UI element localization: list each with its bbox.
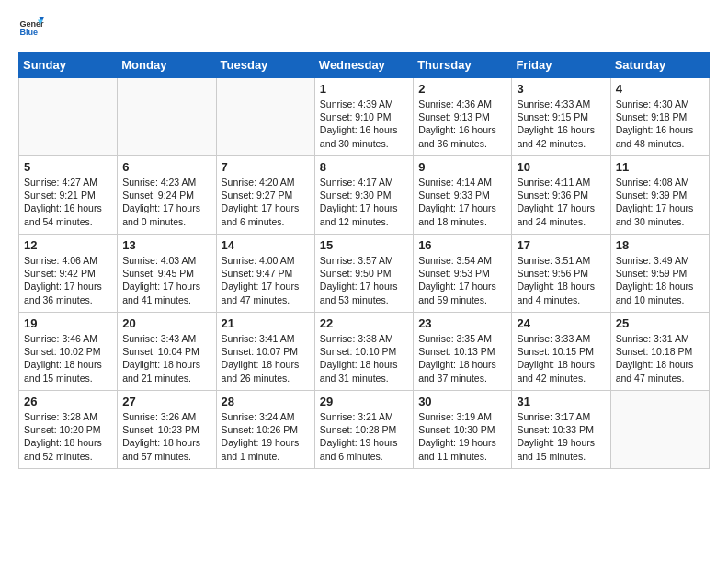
col-wednesday: Wednesday [314, 52, 413, 78]
cell-info-line: Sunrise: 3:57 AM [320, 255, 393, 266]
cell-content: Sunrise: 4:23 AMSunset: 9:24 PMDaylight:… [122, 176, 210, 228]
cell-info-line: Daylight: 18 hours [320, 359, 398, 370]
day-number: 9 [418, 160, 506, 174]
calendar-cell: 14Sunrise: 4:00 AMSunset: 9:47 PMDayligh… [216, 235, 314, 313]
day-number: 31 [517, 395, 605, 408]
calendar-cell [19, 78, 118, 156]
cell-info-line: and 12 minutes. [320, 216, 389, 227]
cell-info-line: Sunset: 9:39 PM [616, 190, 688, 201]
cell-info-line: Sunset: 9:18 PM [616, 111, 688, 122]
cell-content: Sunrise: 4:27 AMSunset: 9:21 PMDaylight:… [24, 176, 112, 228]
calendar-cell: 3Sunrise: 4:33 AMSunset: 9:15 PMDaylight… [512, 78, 610, 156]
cell-info-line: Sunset: 9:24 PM [122, 190, 194, 201]
calendar-cell [610, 391, 709, 469]
cell-info-line: Sunset: 9:30 PM [320, 190, 392, 201]
calendar-week-5: 26Sunrise: 3:28 AMSunset: 10:20 PMDaylig… [19, 391, 710, 469]
calendar-cell: 13Sunrise: 4:03 AMSunset: 9:45 PMDayligh… [118, 235, 216, 313]
cell-info-line: and 37 minutes. [418, 373, 487, 384]
cell-info-line: Sunrise: 4:36 AM [418, 98, 492, 109]
day-number: 8 [320, 160, 408, 174]
cell-info-line: and 42 minutes. [517, 373, 586, 384]
calendar-cell: 12Sunrise: 4:06 AMSunset: 9:42 PMDayligh… [19, 235, 118, 313]
calendar-cell: 27Sunrise: 3:26 AMSunset: 10:23 PMDaylig… [118, 391, 216, 469]
cell-info-line: Daylight: 16 hours [517, 124, 595, 135]
cell-info-line: Sunset: 9:21 PM [24, 190, 96, 201]
cell-info-line: Sunset: 10:18 PM [616, 346, 692, 357]
day-number: 30 [418, 395, 506, 408]
page: General Blue Sunday Monday Tuesday Wedne… [0, 0, 728, 488]
cell-info-line: Sunrise: 3:51 AM [517, 255, 590, 266]
calendar-cell: 2Sunrise: 4:36 AMSunset: 9:13 PMDaylight… [414, 78, 512, 156]
cell-info-line: and 11 minutes. [418, 451, 487, 462]
cell-info-line: and 21 minutes. [122, 373, 191, 384]
cell-info-line: Sunset: 9:27 PM [222, 190, 293, 201]
cell-info-line: Sunset: 10:26 PM [222, 424, 298, 435]
cell-info-line: Sunrise: 3:21 AM [320, 411, 393, 422]
cell-info-line: Daylight: 18 hours [517, 281, 595, 292]
col-thursday: Thursday [414, 52, 512, 78]
cell-content: Sunrise: 4:17 AMSunset: 9:30 PMDaylight:… [320, 176, 408, 228]
calendar-week-2: 5Sunrise: 4:27 AMSunset: 9:21 PMDaylight… [19, 156, 710, 235]
cell-info-line: Sunrise: 4:17 AM [320, 177, 393, 188]
cell-info-line: Daylight: 18 hours [24, 359, 102, 370]
cell-content: Sunrise: 3:31 AMSunset: 10:18 PMDaylight… [616, 332, 704, 385]
col-tuesday: Tuesday [216, 52, 314, 78]
cell-content: Sunrise: 3:24 AMSunset: 10:26 PMDaylight… [222, 410, 310, 463]
cell-info-line: Sunrise: 4:06 AM [24, 255, 97, 266]
cell-content: Sunrise: 4:36 AMSunset: 9:13 PMDaylight:… [418, 98, 506, 150]
cell-content: Sunrise: 4:08 AMSunset: 9:39 PMDaylight:… [616, 176, 704, 228]
day-number: 24 [517, 316, 605, 330]
cell-info-line: Daylight: 18 hours [418, 359, 496, 370]
calendar-cell: 7Sunrise: 4:20 AMSunset: 9:27 PMDaylight… [216, 156, 314, 235]
day-number: 13 [122, 238, 210, 252]
cell-info-line: and 10 minutes. [616, 294, 685, 305]
cell-info-line: Daylight: 16 hours [616, 124, 694, 135]
day-number: 27 [122, 395, 210, 408]
cell-info-line: and 54 minutes. [24, 216, 93, 227]
cell-info-line: and 52 minutes. [24, 451, 93, 462]
cell-info-line: Sunset: 9:10 PM [320, 111, 392, 122]
cell-content: Sunrise: 4:30 AMSunset: 9:18 PMDaylight:… [616, 98, 704, 150]
cell-info-line: and 47 minutes. [222, 294, 290, 305]
logo: General Blue [18, 15, 44, 40]
calendar-cell [118, 78, 216, 156]
cell-content: Sunrise: 3:19 AMSunset: 10:30 PMDaylight… [418, 410, 506, 463]
cell-info-line: and 53 minutes. [320, 294, 389, 305]
cell-info-line: Sunset: 9:13 PM [418, 111, 490, 122]
cell-content: Sunrise: 3:46 AMSunset: 10:02 PMDaylight… [24, 332, 112, 385]
calendar-cell: 26Sunrise: 3:28 AMSunset: 10:20 PMDaylig… [19, 391, 118, 469]
cell-info-line: Sunrise: 3:26 AM [122, 411, 196, 422]
cell-info-line: Daylight: 17 hours [24, 281, 102, 292]
calendar-cell: 9Sunrise: 4:14 AMSunset: 9:33 PMDaylight… [414, 156, 512, 235]
calendar-cell: 25Sunrise: 3:31 AMSunset: 10:18 PMDaylig… [610, 313, 709, 391]
cell-info-line: Daylight: 18 hours [24, 437, 102, 448]
cell-info-line: Daylight: 18 hours [616, 359, 694, 370]
col-sunday: Sunday [19, 52, 118, 78]
cell-info-line: Daylight: 18 hours [616, 281, 694, 292]
cell-info-line: and 4 minutes. [517, 294, 580, 305]
cell-info-line: Sunrise: 3:49 AM [616, 255, 689, 266]
cell-info-line: Daylight: 17 hours [320, 202, 398, 213]
cell-info-line: and 30 minutes. [616, 216, 685, 227]
calendar-cell: 10Sunrise: 4:11 AMSunset: 9:36 PMDayligh… [512, 156, 610, 235]
cell-info-line: Daylight: 18 hours [122, 437, 200, 448]
col-saturday: Saturday [610, 52, 709, 78]
cell-content: Sunrise: 3:57 AMSunset: 9:50 PMDaylight:… [320, 254, 408, 306]
day-number: 2 [418, 82, 506, 96]
cell-info-line: Sunset: 10:30 PM [418, 424, 495, 435]
cell-content: Sunrise: 3:54 AMSunset: 9:53 PMDaylight:… [418, 254, 506, 306]
day-number: 21 [222, 316, 310, 330]
cell-info-line: and 42 minutes. [517, 138, 586, 149]
cell-info-line: Sunset: 9:47 PM [222, 268, 293, 279]
cell-info-line: Daylight: 16 hours [418, 124, 496, 135]
cell-info-line: Sunrise: 3:28 AM [24, 411, 97, 422]
cell-info-line: Daylight: 19 hours [418, 437, 496, 448]
cell-content: Sunrise: 3:49 AMSunset: 9:59 PMDaylight:… [616, 254, 704, 306]
cell-info-line: Sunrise: 4:27 AM [24, 177, 97, 188]
cell-info-line: and 15 minutes. [517, 451, 586, 462]
cell-info-line: Daylight: 16 hours [24, 202, 102, 213]
cell-info-line: and 47 minutes. [616, 373, 685, 384]
cell-info-line: Sunrise: 4:11 AM [517, 177, 590, 188]
cell-info-line: Sunrise: 3:17 AM [517, 411, 590, 422]
cell-info-line: Sunset: 10:02 PM [24, 346, 100, 357]
